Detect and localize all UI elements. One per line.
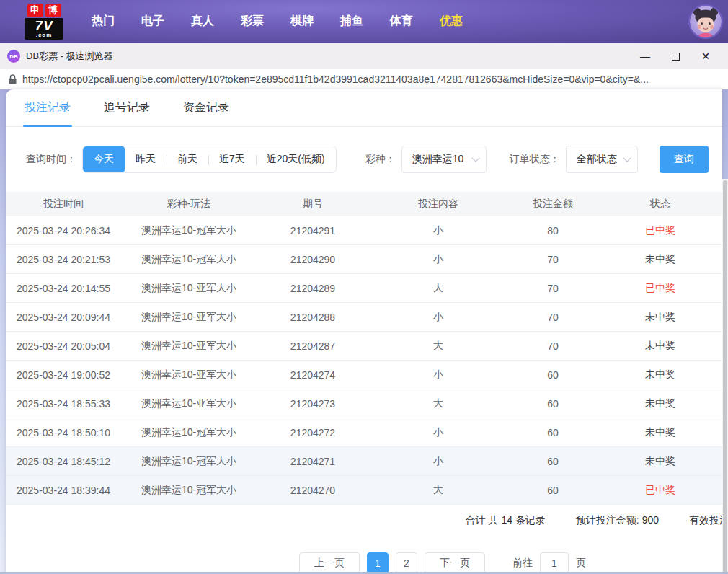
table-row[interactable]: 2025-03-24 19:00:52 澳洲幸运10-亚军大小 21204274… [6,361,722,389]
game-playtype-cell: 澳洲幸运10-亚军大小 [141,368,236,381]
search-button[interactable]: 查询 [660,146,709,173]
bet-time-cell: 2025-03-24 20:26:34 [17,225,110,237]
time-range-option[interactable]: 近7天 [208,146,256,172]
game-playtype-cell: 澳洲幸运10-冠军大小 [141,426,236,439]
page-number-button[interactable]: 1 [367,552,389,574]
user-avatar[interactable] [688,4,723,39]
bet-content-cell: 大 [433,340,443,353]
goto-label: 前往 [512,557,533,570]
bet-content-cell: 小 [433,224,443,237]
valid-amount-label: 有效投注金额 [689,514,722,527]
status-filter-label: 订单状态： [510,153,560,166]
nav-menu: 热门 电子 真人 彩票 棋牌 捕鱼 体育 优惠 [92,14,463,29]
table-header-cell: 期号 [303,198,323,211]
bet-time-cell: 2025-03-24 18:45:12 [17,456,110,467]
bet-records-table: 投注时间 彩种-玩法 期号 投注内容 投注金额 状态 [6,192,722,505]
game-playtype-cell: 澳洲幸运10-亚军大小 [141,397,236,410]
bet-status-cell: 未中奖 [645,455,675,468]
record-tab[interactable]: 追号记录 [104,89,150,126]
nav-item[interactable]: 优惠 [440,14,463,29]
bet-content-cell: 小 [433,253,443,266]
chevron-down-icon [471,154,479,162]
bet-time-cell: 2025-03-24 20:21:53 [17,254,110,265]
nav-item[interactable]: 热门 [92,14,115,29]
scrollbar-thumb[interactable] [723,180,727,574]
bet-time-cell: 2025-03-24 20:14:55 [17,283,110,294]
bet-content-cell: 大 [433,282,443,295]
time-range-option[interactable]: 前天 [167,146,208,172]
lottery-select-value: 澳洲幸运10 [412,153,464,166]
nav-item[interactable]: 体育 [390,14,413,29]
time-range-group: 今天 昨天 前天 近7天 近20天(低频) [82,146,337,173]
page-scrollbar[interactable] [722,179,728,574]
nav-item[interactable]: 捕鱼 [340,14,363,29]
table-row[interactable]: 2025-03-24 18:45:12 澳洲幸运10-冠军大小 21204271… [6,447,722,476]
table-header-cell: 彩种-玩法 [167,198,211,211]
logo-badge-1: 申 [27,4,43,17]
table-row[interactable]: 2025-03-24 20:21:53 澳洲幸运10-冠军大小 21204290… [6,245,722,274]
table-header-cell: 状态 [650,198,670,211]
address-bar[interactable]: https://ctopcp02pcali.uengi5e.com/lotter… [0,69,728,89]
record-tab[interactable]: 投注记录 [25,89,71,126]
goto-page-input[interactable] [540,552,569,574]
game-playtype-cell: 澳洲幸运10-冠军大小 [141,455,236,468]
table-row[interactable]: 2025-03-24 18:39:44 澳洲幸运10-冠军大小 21204270… [6,476,722,505]
game-playtype-cell: 澳洲幸运10-亚军大小 [141,282,236,295]
prev-page-button[interactable]: 上一页 [299,552,360,574]
site-nav: 申 博 7V .com 热门 电子 真人 彩票 棋牌 捕鱼 体育 [0,0,728,43]
bet-time-cell: 2025-03-24 18:55:33 [17,398,110,410]
bet-status-cell: 未中奖 [645,397,675,410]
table-row[interactable]: 2025-03-24 18:50:10 澳洲幸运10-冠军大小 21204272… [6,418,722,447]
avatar-illustration [690,6,722,37]
issue-number-cell: 21204271 [290,456,335,467]
bet-status-cell: 已中奖 [645,224,675,237]
time-range-option[interactable]: 今天 [83,146,125,172]
next-page-button[interactable]: 下一页 [425,552,485,574]
summary-bar: 合计 共 14 条记录 预计投注金额: 900 有效投注金额 [6,505,722,537]
maximize-button[interactable] [660,45,691,67]
table-row[interactable]: 2025-03-24 20:14:55 澳洲幸运10-亚军大小 21204289… [6,274,722,303]
time-range-option[interactable]: 昨天 [125,146,167,172]
bet-status-cell: 已中奖 [645,484,675,497]
table-row[interactable]: 2025-03-24 20:05:04 澳洲幸运10-亚军大小 21204287… [6,332,722,361]
bet-status-cell: 未中奖 [645,340,675,353]
lottery-select[interactable]: 澳洲幸运10 [401,146,487,173]
game-playtype-cell: 澳洲幸运10-冠军大小 [141,484,236,497]
bet-amount-cell: 70 [547,340,559,352]
bet-status-cell: 未中奖 [645,426,675,439]
table-row[interactable]: 2025-03-24 20:09:44 澳洲幸运10-亚军大小 21204288… [6,303,722,332]
table-row[interactable]: 2025-03-24 20:26:34 澳洲幸运10-冠军大小 21204291… [6,216,722,245]
nav-item[interactable]: 真人 [191,14,214,29]
record-tab[interactable]: 资金记录 [183,89,229,126]
issue-number-cell: 21204272 [290,427,335,438]
browser-favicon: DB [7,50,20,63]
status-select-value: 全部状态 [577,153,617,166]
issue-number-cell: 21204288 [290,312,335,323]
game-playtype-cell: 澳洲幸运10-冠军大小 [141,253,236,266]
bet-content-cell: 小 [433,311,443,324]
table-header-cell: 投注时间 [43,198,84,211]
bet-content-cell: 小 [433,426,443,439]
bet-amount-cell: 70 [547,254,559,265]
bet-content-cell: 小 [433,368,443,381]
nav-item[interactable]: 电子 [141,14,164,29]
close-button[interactable]: ✕ [691,45,721,67]
nav-item[interactable]: 棋牌 [290,14,314,29]
lock-icon [9,74,17,84]
logo-wordmark: 7V .com [25,18,63,40]
site-logo[interactable]: 申 博 7V .com [24,4,64,40]
nav-item[interactable]: 彩票 [241,14,264,29]
table-row[interactable]: 2025-03-24 18:55:33 澳洲幸运10-亚军大小 21204273… [6,389,722,418]
bet-status-cell: 已中奖 [645,282,675,295]
order-status-select[interactable]: 全部状态 [566,146,638,173]
bet-amount-cell: 60 [547,369,559,381]
chevron-down-icon [623,154,631,162]
page-number-button[interactable]: 2 [396,552,417,574]
bet-status-cell: 未中奖 [645,253,675,266]
issue-number-cell: 21204273 [290,398,335,410]
bet-time-cell: 2025-03-24 20:09:44 [17,312,110,323]
time-range-option[interactable]: 近20天(低频) [256,146,336,172]
minimize-button[interactable]: — [630,45,660,67]
lottery-filter-label: 彩种： [365,153,396,166]
bet-content-cell: 大 [433,397,443,410]
